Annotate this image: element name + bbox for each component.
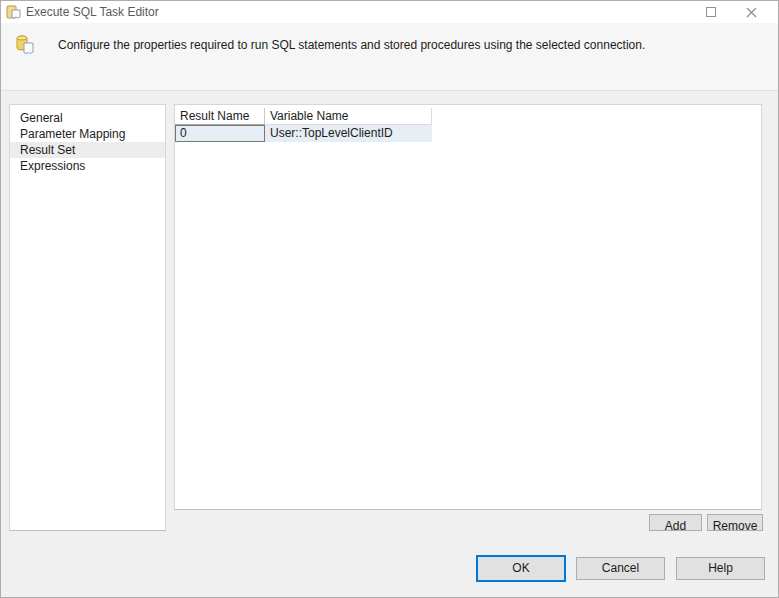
column-header-result-name[interactable]: Result Name	[175, 108, 265, 125]
dialog-description: Configure the properties required to run…	[58, 38, 645, 52]
cell-result-name[interactable]: 0	[175, 125, 265, 142]
result-set-panel: Result Name Variable Name 0 User::TopLev…	[174, 104, 762, 510]
grid-row[interactable]: 0 User::TopLevelClientID	[175, 125, 432, 142]
cell-variable-name[interactable]: User::TopLevelClientID	[265, 125, 432, 142]
maximize-icon	[706, 7, 716, 17]
cancel-button[interactable]: Cancel	[576, 557, 665, 580]
close-icon	[746, 7, 757, 18]
close-button[interactable]	[733, 1, 769, 23]
header-band: Configure the properties required to run…	[1, 23, 778, 91]
sidebar-item-result-set[interactable]: Result Set	[10, 142, 165, 158]
add-button[interactable]: Add	[649, 514, 702, 531]
execute-sql-task-editor-dialog: Execute SQL Task Editor Configure the pr…	[0, 0, 779, 598]
ok-button[interactable]: OK	[476, 555, 566, 582]
help-button[interactable]: Help	[676, 557, 765, 580]
sidebar-item-parameter-mapping[interactable]: Parameter Mapping	[10, 126, 165, 142]
pages-list: General Parameter Mapping Result Set Exp…	[9, 104, 166, 531]
column-header-variable-name[interactable]: Variable Name	[265, 108, 432, 125]
result-set-grid: Result Name Variable Name 0 User::TopLev…	[175, 108, 432, 142]
maximize-button[interactable]	[693, 1, 729, 23]
remove-button[interactable]: Remove	[707, 514, 763, 531]
sidebar-item-general[interactable]: General	[10, 110, 165, 126]
title-bar[interactable]: Execute SQL Task Editor	[1, 1, 778, 23]
grid-header-row: Result Name Variable Name	[175, 108, 432, 125]
sidebar-item-expressions[interactable]: Expressions	[10, 158, 165, 174]
execute-sql-task-icon	[6, 4, 22, 20]
window-title: Execute SQL Task Editor	[26, 1, 159, 23]
execute-sql-task-header-icon	[14, 34, 36, 56]
